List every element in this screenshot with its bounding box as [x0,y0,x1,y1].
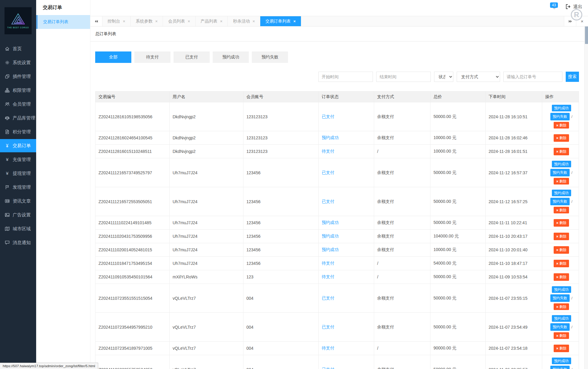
reserve-fail-button[interactable]: 预约失败 [550,366,570,369]
username-cell: mXilYLRoWs [170,270,243,284]
tab-memberlist[interactable]: 会员列表× [163,16,195,26]
tab-label: 秒杀活动 [233,19,250,24]
filter-button-unpaid[interactable]: 待支付 [134,51,170,63]
total-price-cell: 10000.00 元 [430,145,486,158]
delete-button[interactable]: ×删除 [554,122,569,129]
account-cell: 123456 [243,158,319,187]
order-status-cell: 已支付 [319,158,374,187]
total-price-cell: 50000.00 元 [430,355,486,369]
reserve-success-button[interactable]: 预约成功 [552,161,571,167]
sidebar-item-city[interactable]: 城市区域 [0,222,36,235]
delete-label: 删除 [559,304,567,309]
sidebar-item-label: 产品库管理 [13,115,35,121]
tab-label: 交易订单列表 [265,19,291,24]
sidebar-item-home[interactable]: 首页 [0,42,36,55]
order-status-link: 已支付 [322,170,334,175]
reserve-success-button[interactable]: 预约成功 [552,286,571,293]
pay-method-select[interactable]: 支付方式 [457,72,500,82]
sidebar-item-permissions[interactable]: 权限管理 [0,84,36,97]
filter-button-paid[interactable]: 已支付 [174,51,210,63]
tab-close-icon[interactable]: × [188,19,190,23]
order-time-cell: 2024-11-11 10:22:41 [486,216,542,229]
reserve-fail-button[interactable]: 预约失败 [550,113,570,120]
delete-x-icon: × [556,221,558,225]
sidebar-item-news[interactable]: 资讯文章 [0,194,36,208]
sidebar-item-points[interactable]: 积分管理 [0,125,36,138]
tab-sysparams[interactable]: 系统参数× [131,16,163,26]
delete-button[interactable]: ×删除 [554,246,569,254]
sidebar-item-products[interactable]: 产品库管理 [0,111,36,125]
delete-button[interactable]: ×删除 [554,260,569,267]
total-price-cell: 54000.00 元 [430,257,486,270]
panel-item-label: 交易订单列表 [43,19,68,25]
delete-button[interactable]: ×删除 [554,207,569,213]
total-price-cell: 50000.00 元 [430,187,486,216]
tab-close-icon[interactable]: × [123,19,125,23]
reserve-fail-button[interactable]: 预约失败 [550,294,570,302]
scrollbar-thumb[interactable] [585,26,588,44]
reserve-fail-button[interactable]: 预约失败 [550,169,570,176]
tabs-scroll-left-button[interactable] [90,16,102,26]
tab-close-icon[interactable]: × [293,19,296,23]
tab-close-icon[interactable]: × [155,19,158,23]
browser-status-url: https://507.haiwaiym17.top/admin/order_z… [0,363,98,369]
home-icon [5,46,10,51]
total-price-cell: 50000.00 元 [430,270,486,284]
total-price-cell: 50000.00 元 [430,313,486,341]
tab-seckill[interactable]: 秒杀活动× [228,16,260,26]
delete-button[interactable]: ×删除 [554,134,569,142]
total-price-cell: 104000.00 元 [430,230,486,243]
tab-productlist[interactable]: 产品列表× [195,16,228,26]
sidebar-item-plugins[interactable]: 插件管理 [0,70,36,83]
sidebar-item-order-list[interactable]: 交易订单列表 [36,15,90,29]
reserve-fail-button[interactable]: 预约失败 [550,198,570,205]
delete-button[interactable]: ×删除 [554,219,569,227]
reserve-success-button[interactable]: 预约成功 [552,190,571,196]
order-time-cell: 2024-11-28 16:01:51 [486,145,542,158]
reserve-fail-button[interactable]: 预约失败 [550,323,570,331]
delete-button[interactable]: ×删除 [554,178,569,184]
tab-close-icon[interactable]: × [220,19,223,23]
reserve-success-button[interactable]: 预约成功 [552,315,571,322]
sidebar-item-settings[interactable]: 系统设置 [0,56,36,69]
filter-button-reserve-success[interactable]: 预约成功 [213,51,249,63]
sidebar-item-withdraw[interactable]: ¥提现管理 [0,167,36,180]
order-no-input[interactable] [503,72,562,82]
pay-method-cell: / [374,270,430,284]
table-row: Z2024112816015110248511DkdNvjngp21231231… [95,145,579,158]
status-select[interactable]: 状态 [434,72,453,82]
reserve-success-button[interactable]: 预约成功 [552,358,571,364]
tab-label: 产品列表 [201,19,217,24]
delete-button[interactable]: ×删除 [554,233,569,240]
account-cell: 123456 [243,216,319,229]
logout-button[interactable]: 退出 [565,4,582,10]
delete-button[interactable]: ×删除 [554,345,569,352]
tab-close-icon[interactable]: × [252,19,255,23]
actions-cell: ×删除 [542,145,579,158]
sidebar-item-orders[interactable]: 交易订单 [0,139,36,152]
total-price-cell: 10000.00 元 [430,243,486,256]
filter-button-reserve-fail[interactable]: 预约失败 [252,51,288,63]
sidebar-item-message[interactable]: 消息通知 [0,236,36,249]
start-time-input[interactable] [318,72,373,82]
sidebar-item-discovery[interactable]: 发现管理 [0,181,36,194]
sidebar-item-recharge[interactable]: ¥充值管理 [0,153,36,166]
delete-button[interactable]: ×删除 [554,303,569,310]
delete-x-icon: × [556,305,558,309]
search-button[interactable]: 搜索 [566,72,579,82]
ads-icon [5,212,10,217]
sidebar-item-members[interactable]: 会员管理 [0,98,36,111]
sidebar-item-ads[interactable]: 广告设置 [0,208,36,222]
sidebar-item-label: 交易订单 [13,143,31,149]
delete-button[interactable]: ×删除 [554,148,569,155]
tab-console[interactable]: 控制台× [102,16,131,26]
filter-button-all[interactable]: 全部 [95,51,131,63]
delete-button[interactable]: ×删除 [554,332,569,339]
reserve-success-button[interactable]: 预约成功 [552,105,571,111]
end-time-input[interactable] [376,72,431,82]
orders-icon [5,143,10,148]
pay-method-cell: 余额支付 [374,230,430,243]
tab-orderlist[interactable]: 交易订单列表× [260,16,301,26]
delete-button[interactable]: ×删除 [554,273,569,281]
pay-method-cell: 余额支付 [374,158,430,187]
